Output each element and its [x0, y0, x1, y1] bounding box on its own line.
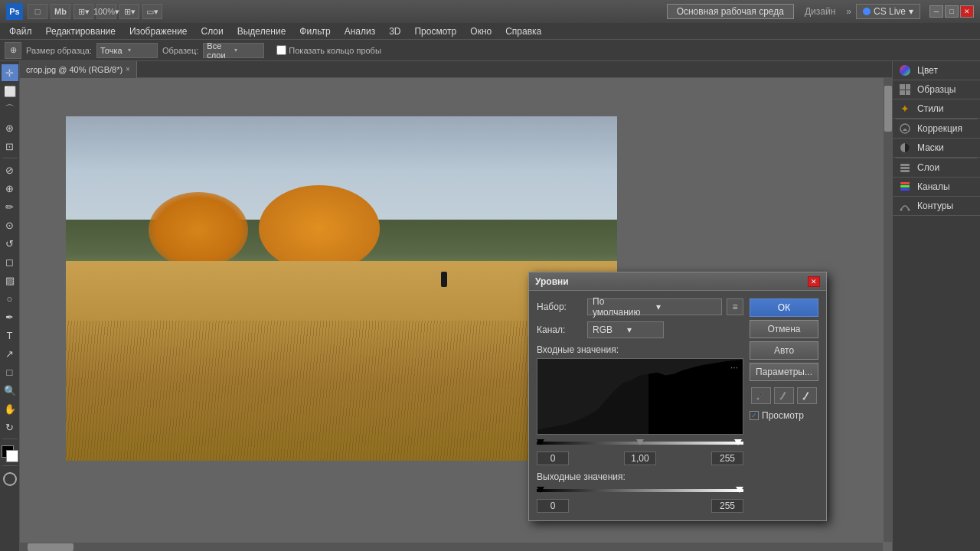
- tool-brush[interactable]: ✏: [2, 198, 18, 215]
- output-slider-container: [537, 485, 743, 496]
- vertical-scroll-thumb[interactable]: [884, 86, 892, 132]
- tool-eraser[interactable]: ◻: [2, 253, 18, 270]
- view-mode-button[interactable]: ⊞▾: [74, 4, 93, 19]
- preset-options-button[interactable]: ≡: [727, 298, 743, 315]
- white-eyedropper-button[interactable]: [797, 387, 817, 404]
- dialog-title: Уровни: [535, 276, 808, 287]
- output-black-slider[interactable]: [537, 487, 544, 493]
- quick-mask-button[interactable]: [3, 472, 17, 486]
- samples-panel-icon: [897, 82, 913, 97]
- menu-edit[interactable]: Редактирование: [40, 24, 122, 38]
- dialog-titlebar: Уровни ✕: [529, 272, 826, 291]
- workspace-button[interactable]: Основная рабочая среда: [667, 4, 794, 19]
- tool-shape[interactable]: □: [2, 364, 18, 380]
- zoom-level[interactable]: 100%▾: [96, 4, 116, 19]
- menu-view[interactable]: Просмотр: [408, 24, 462, 38]
- input-value-field-mid[interactable]: 1,00: [624, 452, 656, 465]
- ok-button[interactable]: ОК: [750, 298, 818, 317]
- menu-window[interactable]: Окно: [464, 24, 498, 38]
- size-dropdown[interactable]: Точка ▾: [96, 43, 158, 58]
- options-button[interactable]: Параметры...: [750, 363, 818, 381]
- tool-stamp[interactable]: ⊙: [2, 217, 18, 233]
- tool-marquee[interactable]: ⬜: [2, 83, 18, 99]
- sample-dropdown-arrow: ▾: [234, 47, 260, 54]
- color-boxes[interactable]: [2, 445, 18, 462]
- panel-color-header[interactable]: Цвет: [893, 61, 980, 80]
- tool-pen[interactable]: ✒: [2, 308, 18, 325]
- channels-panel-label: Каналы: [917, 181, 950, 192]
- menu-3d[interactable]: 3D: [383, 24, 407, 38]
- cancel-button[interactable]: Отмена: [750, 320, 818, 338]
- tool-quickselect[interactable]: ⊛: [2, 119, 18, 136]
- bridge-button[interactable]: Mb: [51, 4, 70, 19]
- tool-crop[interactable]: ⊡: [2, 138, 18, 155]
- menu-image[interactable]: Изображение: [123, 24, 194, 38]
- panel-correction-header[interactable]: Коррекция: [893, 119, 980, 138]
- black-eyedropper-button[interactable]: [751, 387, 771, 404]
- dialog-close-button[interactable]: ✕: [808, 276, 820, 287]
- document-tab[interactable]: crop.jpg @ 40% (RGB/8*) ×: [20, 61, 137, 78]
- output-value-field-max[interactable]: 255: [711, 499, 743, 513]
- more-workspaces-button[interactable]: »: [846, 6, 851, 17]
- tool-histbrush[interactable]: ↺: [2, 235, 18, 252]
- gray-eyedropper-button[interactable]: [774, 387, 794, 404]
- tool-dodge[interactable]: ○: [2, 290, 18, 307]
- menu-layers[interactable]: Слои: [195, 24, 230, 38]
- tool-eyedropper[interactable]: ⊘: [2, 161, 18, 178]
- tool-rotatecam[interactable]: ↻: [2, 419, 18, 435]
- panel-masks-header[interactable]: Маски: [893, 139, 980, 157]
- menu-filter[interactable]: Фильтр: [293, 24, 336, 38]
- arrange-button[interactable]: ⊞▾: [119, 4, 139, 19]
- horizontal-scroll-thumb[interactable]: [28, 543, 74, 551]
- panel-styles-header[interactable]: ✦ Стили: [893, 99, 980, 118]
- black-point-slider[interactable]: [537, 439, 544, 445]
- person: [441, 272, 447, 287]
- minimize-button[interactable]: ─: [929, 5, 943, 18]
- new-doc-button[interactable]: □: [28, 4, 47, 19]
- svg-point-13: [803, 398, 805, 400]
- panel-layers-header[interactable]: Слои: [893, 158, 980, 177]
- preset-dropdown[interactable]: По умолчанию ▾: [587, 298, 722, 315]
- preview-checkbox[interactable]: [750, 411, 759, 420]
- tool-zoom[interactable]: 🔍: [2, 382, 18, 399]
- panel-channels-header[interactable]: Каналы: [893, 178, 980, 196]
- tool-move[interactable]: ✛: [2, 64, 18, 81]
- background-color[interactable]: [6, 450, 18, 462]
- tool-lasso[interactable]: ⌒: [2, 101, 18, 118]
- eyedropper-tool-icon[interactable]: ⊕: [5, 42, 21, 59]
- menu-select[interactable]: Выделение: [231, 24, 292, 38]
- restore-button[interactable]: □: [945, 5, 959, 18]
- screen-mode-button[interactable]: ▭▾: [142, 4, 162, 19]
- horizontal-scrollbar[interactable]: [20, 542, 883, 551]
- tool-path[interactable]: ↗: [2, 345, 18, 362]
- close-button[interactable]: ✕: [960, 5, 974, 18]
- menu-analysis[interactable]: Анализ: [338, 24, 382, 38]
- input-value-field-max[interactable]: 255: [711, 452, 743, 465]
- midpoint-slider[interactable]: [636, 439, 644, 445]
- tool-healbrush[interactable]: ⊕: [2, 180, 18, 197]
- show-ring-checkbox[interactable]: Показать кольцо пробы: [276, 45, 381, 55]
- tool-hand[interactable]: ✋: [2, 400, 18, 417]
- menu-file[interactable]: Файл: [3, 24, 38, 38]
- sample-dropdown[interactable]: Все слои ▾: [203, 43, 264, 58]
- preset-label: Набор:: [537, 302, 583, 312]
- menu-help[interactable]: Справка: [499, 24, 547, 38]
- panel-samples-group: Образцы: [893, 80, 980, 99]
- cslive-indicator: [863, 8, 871, 15]
- design-button[interactable]: Дизайн: [799, 5, 841, 18]
- auto-button[interactable]: Авто: [750, 341, 818, 360]
- white-point-slider[interactable]: [734, 439, 742, 445]
- tab-close-button[interactable]: ×: [126, 65, 130, 73]
- tool-text[interactable]: T: [2, 327, 18, 344]
- vertical-scrollbar[interactable]: [883, 78, 892, 542]
- input-value-field-min[interactable]: 0: [537, 452, 569, 465]
- panel-paths-header[interactable]: Контуры: [893, 197, 980, 215]
- channel-value: RGB: [593, 324, 624, 335]
- panel-samples-header[interactable]: Образцы: [893, 80, 980, 99]
- channel-dropdown[interactable]: RGB ▾: [587, 321, 664, 338]
- output-white-slider[interactable]: [736, 487, 743, 493]
- show-ring-input[interactable]: [276, 45, 286, 55]
- tool-gradient[interactable]: ▨: [2, 272, 18, 289]
- output-value-field-min[interactable]: 0: [537, 499, 569, 513]
- cslive-button[interactable]: CS Live ▾: [856, 4, 920, 19]
